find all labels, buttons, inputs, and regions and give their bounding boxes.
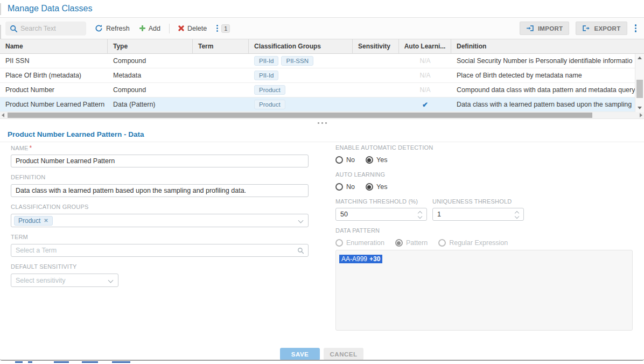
add-button[interactable]: Add <box>138 23 162 34</box>
pattern-regex-radio[interactable]: Regular Expression <box>438 239 508 247</box>
plus-icon <box>139 25 145 31</box>
auto-learning-radio-group: No Yes <box>335 182 633 192</box>
enable-detection-yes-radio[interactable]: Yes <box>366 156 387 164</box>
chevron-down-icon <box>298 218 304 223</box>
uniqueness-threshold-stepper <box>432 208 524 221</box>
horizontal-scrollbar[interactable] <box>0 112 644 119</box>
cancel-button[interactable]: CANCEL <box>324 348 363 360</box>
spinner-down-icon[interactable] <box>418 214 422 219</box>
column-header-term[interactable]: Term <box>193 39 249 53</box>
term-field[interactable] <box>11 244 309 257</box>
column-header-name[interactable]: Name <box>0 39 108 53</box>
more-menu-button[interactable] <box>634 22 638 34</box>
selection-count-badge: 1 <box>221 24 230 33</box>
cell-term <box>193 68 249 82</box>
detail-panel: Product Number Learned Pattern - Data NA… <box>0 127 644 361</box>
term-label: TERM <box>11 234 309 241</box>
cell-definition: Data class with a learned pattern based … <box>451 97 644 111</box>
cell-type: Data (Pattern) <box>108 97 193 111</box>
pattern-enumeration-radio[interactable]: Enumeration <box>335 239 384 247</box>
search-input[interactable] <box>20 22 83 36</box>
table-row-selected[interactable]: Product Number Learned Pattern Data (Pat… <box>0 97 644 112</box>
enable-detection-no-radio[interactable]: No <box>335 156 355 164</box>
import-icon <box>526 25 534 32</box>
radio-icon <box>335 239 343 247</box>
pattern-pattern-radio[interactable]: Pattern <box>395 239 428 247</box>
cell-term <box>193 54 249 68</box>
cell-type: Compound <box>108 54 193 68</box>
remove-tag-icon[interactable]: ✕ <box>44 218 48 223</box>
import-button[interactable]: IMPORT <box>520 22 570 35</box>
cell-sensitivity <box>353 83 399 97</box>
cell-sensitivity <box>353 68 399 82</box>
delete-button[interactable]: Delete <box>177 23 208 34</box>
save-button[interactable]: SAVE <box>280 348 320 360</box>
toolbar: Refresh Add Delete 1 IMPORT EXPORT <box>0 18 644 39</box>
underlying-page-sliver <box>0 361 644 364</box>
cell-type: Compound <box>108 83 193 97</box>
search-icon <box>10 25 18 33</box>
group-chip: Product <box>254 100 285 109</box>
term-search-icon[interactable] <box>297 247 304 254</box>
background-text-fragment <box>28 361 32 363</box>
vertical-scrollbar[interactable] <box>635 54 644 112</box>
matching-threshold-input[interactable] <box>336 208 409 220</box>
refresh-button[interactable]: Refresh <box>94 22 131 34</box>
scroll-down-arrow[interactable] <box>638 107 642 109</box>
cell-auto-learning: N/A <box>399 54 451 68</box>
chevron-down-icon <box>108 278 114 283</box>
column-header-auto-learning[interactable]: Auto Learni... <box>399 39 451 53</box>
column-header-classification-groups[interactable]: Classification Groups <box>249 39 353 53</box>
enable-automatic-detection-label: ENABLE AUTOMATIC DETECTION <box>335 144 633 152</box>
spinner-down-icon[interactable] <box>515 214 519 219</box>
radio-icon <box>335 156 343 164</box>
vertical-scroll-thumb[interactable] <box>636 80 643 98</box>
horizontal-scroll-thumb[interactable] <box>8 113 592 118</box>
panel-splitter[interactable] <box>0 119 644 127</box>
page-edge-fragment <box>0 3 1 15</box>
uniqueness-threshold-input[interactable] <box>433 208 506 220</box>
auto-learning-yes-radio[interactable]: Yes <box>366 183 387 191</box>
delete-x-icon <box>178 25 184 31</box>
scroll-right-arrow[interactable] <box>640 113 642 117</box>
scroll-up-arrow[interactable] <box>638 57 642 59</box>
default-sensitivity-select[interactable]: Select sensitivity <box>11 274 118 287</box>
table-row[interactable]: PII SSN Compound PII-IdPII-SSN N/A Socia… <box>0 54 644 68</box>
scroll-left-arrow[interactable] <box>2 113 4 117</box>
cell-groups: PII-Id <box>249 68 353 82</box>
data-pattern-editor[interactable]: AA-A999+30 <box>335 250 633 331</box>
toolbar-divider <box>169 24 170 33</box>
auto-learning-no-radio[interactable]: No <box>335 183 355 191</box>
definition-field[interactable] <box>11 184 309 197</box>
pattern-count: +30 <box>369 255 380 263</box>
column-header-type[interactable]: Type <box>108 39 193 53</box>
manage-data-classes-window: Manage Data Classes Refresh Add Delete 1… <box>0 0 644 361</box>
export-label: EXPORT <box>594 25 620 32</box>
radio-selected-icon <box>366 156 373 164</box>
threshold-labels: MATCHING THRESHOLD (%) UNIQUENESS THRESH… <box>335 198 633 206</box>
cell-definition: Place of Birth detected by metadata name <box>451 68 644 82</box>
data-pattern-label: DATA PATTERN <box>335 227 633 235</box>
table-row[interactable]: Place Of Birth (metadata) Metadata PII-I… <box>0 68 644 83</box>
cell-term <box>193 97 249 111</box>
group-chip: PII-Id <box>254 71 278 80</box>
column-header-sensitivity[interactable]: Sensitivity <box>353 39 399 53</box>
name-label: NAME* <box>11 144 309 152</box>
name-field[interactable] <box>11 155 309 167</box>
default-sensitivity-label: DEFAULT SENSITIVITY <box>11 263 309 271</box>
group-chip: PII-Id <box>254 56 278 66</box>
term-field-wrap <box>11 244 309 257</box>
column-header-definition[interactable]: Definition <box>451 39 644 53</box>
radio-selected-icon <box>395 239 403 247</box>
data-pattern-radio-group: Enumeration Pattern Regular Expression <box>335 238 633 248</box>
matching-threshold-label: MATCHING THRESHOLD (%) <box>335 198 432 206</box>
check-icon: ✔ <box>399 97 451 111</box>
classification-groups-multiselect[interactable]: Product✕ <box>11 214 309 227</box>
export-button[interactable]: EXPORT <box>576 22 627 35</box>
cell-definition: Social Security Number is Personally ide… <box>451 54 644 68</box>
selection-menu-button[interactable]: 1 <box>215 22 231 35</box>
splitter-grip-icon <box>318 122 327 124</box>
page-title: Manage Data Classes <box>8 4 92 13</box>
refresh-icon <box>95 24 103 32</box>
table-row[interactable]: Product Number Compound Product N/A Comp… <box>0 83 644 97</box>
